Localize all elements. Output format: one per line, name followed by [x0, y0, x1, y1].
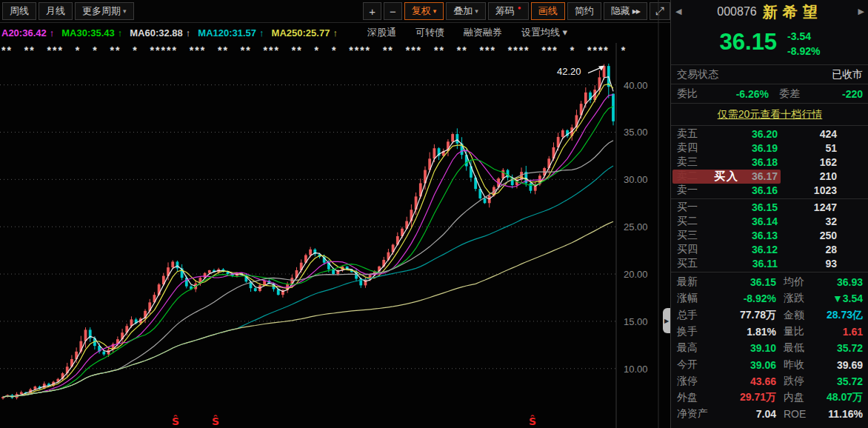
level-label: 买五 — [677, 257, 710, 270]
ex-dividend-marker[interactable]: Ŝ — [529, 415, 536, 427]
weicha-value: -220 — [812, 88, 863, 100]
change-block: -3.54 -8.92% — [787, 25, 820, 58]
trade-status-value: 已收市 — [832, 68, 863, 81]
stat-value: 7.04 — [723, 408, 776, 420]
level-price: 36.17 — [710, 170, 778, 182]
stat-row: 今开39.06昨收39.69 — [671, 356, 868, 372]
stat-label: ROE — [784, 408, 822, 420]
level-label: 买三 — [677, 229, 710, 242]
peak-price-annotation: 42.20 — [557, 66, 581, 77]
stat-label: 今开 — [677, 358, 723, 372]
level-quantity: 424 — [778, 128, 837, 140]
stat-row: 最高39.10最低35.72 — [671, 340, 868, 356]
level-price: 36.16 — [710, 184, 778, 196]
level-quantity: 51 — [778, 142, 837, 154]
quote-panel: ◀ 000876 新希望 ▶ 36.15 -3.54 -8.92% 交易状态 已… — [670, 0, 868, 428]
level-label: 买一 — [677, 201, 710, 214]
y-axis-tick-label: 20.00 — [624, 269, 648, 280]
bid-row[interactable]: 买一36.151247 — [671, 200, 868, 214]
bid-levels: 买一36.151247买二36.1432买三36.13250买四36.1228买… — [671, 198, 868, 272]
prev-stock-button[interactable]: ◀ — [675, 7, 681, 16]
stat-row: 涨停43.66跌停35.72 — [671, 373, 868, 389]
ask-row[interactable]: 卖一36.161023 — [671, 184, 868, 198]
level-label: 卖五 — [677, 127, 710, 141]
level-price: 36.12 — [710, 244, 778, 255]
stat-label: 量比 — [784, 325, 822, 338]
level-quantity: 210 — [778, 170, 837, 182]
weibi-row: 委比 -6.26% 委差 -220 — [671, 84, 868, 104]
y-axis-tick-label: 10.00 — [624, 364, 648, 375]
price-change-pct: -8.92% — [787, 44, 820, 58]
chevron-right-icon: ▶ — [664, 318, 669, 324]
level-price: 36.14 — [710, 215, 778, 227]
stat-value: 11.16% — [822, 408, 863, 420]
stat-label: 换手 — [677, 325, 723, 338]
stat-value: 39.06 — [723, 359, 776, 371]
stat-value: 39.10 — [723, 342, 776, 354]
stat-value: -8.92% — [723, 292, 776, 304]
stat-label: 金额 — [784, 309, 822, 322]
level-quantity: 250 — [778, 230, 837, 241]
price-change: -3.54 — [787, 29, 820, 44]
stat-value: ▼3.54 — [822, 292, 863, 304]
bid-row[interactable]: 买三36.13250 — [671, 228, 868, 242]
ma-line-ma120 — [3, 166, 613, 397]
stat-value: 48.07万 — [822, 391, 863, 404]
stat-label: 跌停 — [784, 375, 822, 388]
bid-row[interactable]: 买五36.1193 — [671, 257, 868, 271]
price-chart[interactable]: 40.0035.0030.0025.0020.0015.0010.0042.20… — [0, 0, 670, 428]
stat-label: 涨停 — [677, 375, 723, 388]
stat-value: 35.72 — [822, 342, 863, 354]
ask-row[interactable]: 卖四36.1951 — [671, 141, 868, 155]
level-label: 买四 — [677, 243, 710, 256]
stat-row: 涨幅-8.92%涨跌▼3.54 — [671, 290, 868, 307]
level-price: 36.18 — [710, 156, 778, 168]
stock-app-window: 周线 月线 更多周期▾ + − 复权▾ 叠加▾ 筹码● 画线 简约 隐藏▶▶ ⤢… — [0, 0, 868, 428]
level-quantity: 162 — [778, 156, 837, 168]
bid-row[interactable]: 买二36.1432 — [671, 214, 868, 228]
price-block: 36.15 -3.54 -8.92% — [671, 24, 868, 64]
stat-row: 净资产7.04ROE11.16% — [671, 406, 868, 422]
stat-label: 内盘 — [784, 391, 822, 404]
weibi-label: 委比 — [677, 87, 710, 101]
ex-dividend-marker[interactable]: Ŝ — [172, 415, 179, 427]
level-label: 买二 — [677, 215, 710, 228]
chart-section: 周线 月线 更多周期▾ + − 复权▾ 叠加▾ 筹码● 画线 简约 隐藏▶▶ ⤢… — [0, 0, 670, 428]
level-price: 36.19 — [710, 142, 778, 154]
next-stock-button[interactable]: ▶ — [858, 7, 864, 16]
ask-row[interactable]: 卖三36.18162 — [671, 155, 868, 169]
stat-label: 涨幅 — [677, 292, 723, 305]
level-quantity: 1023 — [778, 184, 837, 196]
level-label: 卖一 — [677, 184, 710, 197]
level-quantity: 93 — [778, 258, 837, 270]
ask-row[interactable]: 卖五36.20424 — [671, 127, 868, 141]
panel-collapse-handle[interactable]: ▶ — [663, 308, 670, 333]
stock-stats: 最新36.15均价36.93涨幅-8.92%涨跌▼3.54总手77.78万金额2… — [671, 272, 868, 423]
trade-status-row: 交易状态 已收市 — [671, 64, 868, 84]
stat-row: 换手1.81%量比1.61 — [671, 324, 868, 340]
y-axis-tick-label: 35.00 — [624, 127, 648, 138]
level-price: 36.13 — [710, 230, 778, 241]
stat-value: 1.81% — [723, 326, 776, 338]
y-axis-tick-label: 15.00 — [624, 316, 648, 327]
level2-promo-link[interactable]: 仅需20元查看十档行情 — [718, 108, 823, 121]
stock-name: 新希望 — [763, 2, 823, 22]
stat-label: 涨跌 — [784, 292, 822, 305]
ma-line-ma20 — [3, 95, 613, 397]
ma-line-ma10 — [3, 84, 613, 397]
stock-header: ◀ 000876 新希望 ▶ — [671, 0, 868, 24]
stat-label: 最新 — [677, 275, 723, 289]
stat-row: 最新36.15均价36.93 — [671, 274, 868, 290]
trade-status-label: 交易状态 — [677, 68, 718, 81]
ma-line-ma30 — [3, 107, 613, 397]
stat-value: 43.66 — [723, 375, 776, 387]
ask-row[interactable]: 买入卖二36.17210 — [671, 170, 868, 184]
bid-row[interactable]: 买四36.1228 — [671, 243, 868, 257]
ask-levels: 卖五36.20424卖四36.1951卖三36.18162买入卖二36.1721… — [671, 126, 868, 198]
last-price: 36.15 — [720, 25, 778, 59]
level-quantity: 28 — [778, 244, 837, 255]
stat-row: 外盘29.71万内盘48.07万 — [671, 389, 868, 406]
level-label: 卖四 — [677, 141, 710, 155]
stat-value: 36.15 — [723, 276, 776, 288]
ex-dividend-marker[interactable]: Ŝ — [212, 415, 219, 427]
